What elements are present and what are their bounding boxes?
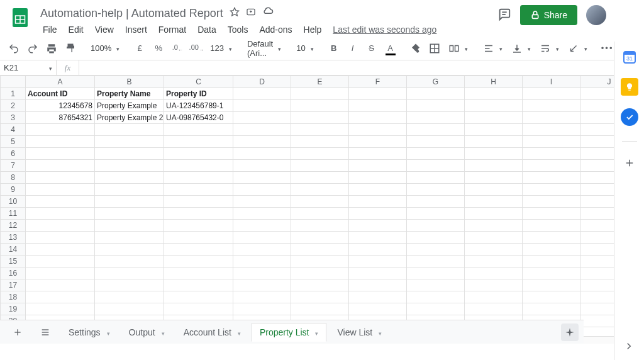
menu-tools[interactable]: Tools [223,22,253,37]
row-header[interactable]: 10 [1,196,26,208]
calendar-app-icon[interactable]: 31 [621,48,638,65]
cell[interactable] [233,220,291,232]
cell[interactable] [164,160,233,172]
row-header[interactable]: 1 [1,88,26,100]
cell[interactable]: Property Example 2 [95,112,164,124]
cell[interactable] [349,112,407,124]
cell[interactable] [95,184,164,196]
column-header[interactable]: H [465,76,523,88]
sheet-tab-output[interactable]: Output [121,323,173,342]
strikethrough-button[interactable]: S [363,40,380,57]
cell[interactable]: Property ID [164,88,233,100]
cell[interactable] [580,124,614,136]
sheet-tab-property-list[interactable]: Property List [252,323,327,342]
cell[interactable] [580,256,614,267]
cell[interactable] [349,303,407,315]
cell[interactable] [95,208,164,220]
side-panel-toggle-button[interactable] [620,337,638,355]
cell[interactable] [580,100,614,112]
cell[interactable] [164,232,233,244]
menu-data[interactable]: Data [192,22,221,37]
cell[interactable] [349,88,407,100]
row-header[interactable]: 14 [1,244,26,256]
menu-edit[interactable]: Edit [64,22,89,37]
cell[interactable] [465,232,523,244]
cell[interactable] [407,244,465,256]
cell[interactable] [349,291,407,303]
cell[interactable] [95,196,164,208]
share-button[interactable]: Share [520,5,577,25]
cell[interactable] [26,172,95,184]
cell[interactable] [465,100,523,112]
cell[interactable] [95,267,164,279]
cell[interactable] [95,232,164,244]
cell[interactable] [523,279,580,291]
more-formats-dropdown[interactable]: 123 [206,40,236,57]
cloud-status-icon[interactable] [262,6,274,21]
row-header[interactable]: 12 [1,220,26,232]
cell[interactable] [26,291,95,303]
cell[interactable] [349,184,407,196]
cell[interactable] [233,184,291,196]
cell[interactable] [164,196,233,208]
cell[interactable] [233,232,291,244]
menu-format[interactable]: Format [153,22,191,37]
cell[interactable] [26,196,95,208]
cell[interactable] [407,100,465,112]
cell[interactable] [580,148,614,160]
cell[interactable] [580,112,614,124]
row-header[interactable]: 17 [1,279,26,291]
cell[interactable] [164,267,233,279]
cell[interactable] [233,112,291,124]
cell[interactable] [580,172,614,184]
column-header[interactable]: G [407,76,465,88]
cell[interactable] [233,256,291,267]
cell[interactable] [164,184,233,196]
star-icon[interactable] [230,7,240,20]
cell[interactable] [95,279,164,291]
cell[interactable] [95,136,164,148]
comments-icon[interactable] [497,8,511,23]
fill-color-button[interactable] [407,40,425,57]
all-sheets-button[interactable] [33,323,58,342]
cell[interactable] [580,136,614,148]
cell[interactable] [523,124,580,136]
cell[interactable] [95,256,164,267]
cell[interactable] [407,184,465,196]
print-button[interactable] [43,40,60,57]
cell[interactable] [580,220,614,232]
cell[interactable] [407,124,465,136]
cell[interactable] [349,267,407,279]
text-wrap-dropdown[interactable] [536,40,563,57]
cell[interactable]: Property Example [95,100,164,112]
name-box[interactable]: K21 [0,60,57,75]
cell[interactable] [580,232,614,244]
text-color-button[interactable]: A [382,40,399,57]
cell[interactable] [523,136,580,148]
cell[interactable] [523,232,580,244]
cell[interactable] [580,291,614,303]
cell[interactable] [233,279,291,291]
bold-button[interactable]: B [325,40,343,57]
cell[interactable] [349,124,407,136]
cell[interactable] [349,100,407,112]
cell[interactable] [26,303,95,315]
cell[interactable] [407,291,465,303]
cell[interactable] [465,291,523,303]
spreadsheet-grid[interactable]: ABCDEFGHIJ 1Account IDProperty NamePrope… [0,76,614,336]
row-header[interactable]: 2 [1,100,26,112]
cell[interactable] [233,172,291,184]
cell[interactable] [26,232,95,244]
cell[interactable] [465,220,523,232]
row-header[interactable]: 13 [1,232,26,244]
sheets-app-icon[interactable] [8,5,33,30]
cell[interactable] [233,291,291,303]
cell[interactable] [465,267,523,279]
cell[interactable] [291,303,349,315]
cell[interactable] [291,279,349,291]
sheet-tab-settings[interactable]: Settings [60,323,118,342]
cell[interactable] [523,220,580,232]
cell[interactable] [407,256,465,267]
cell[interactable] [523,160,580,172]
cell[interactable] [523,148,580,160]
